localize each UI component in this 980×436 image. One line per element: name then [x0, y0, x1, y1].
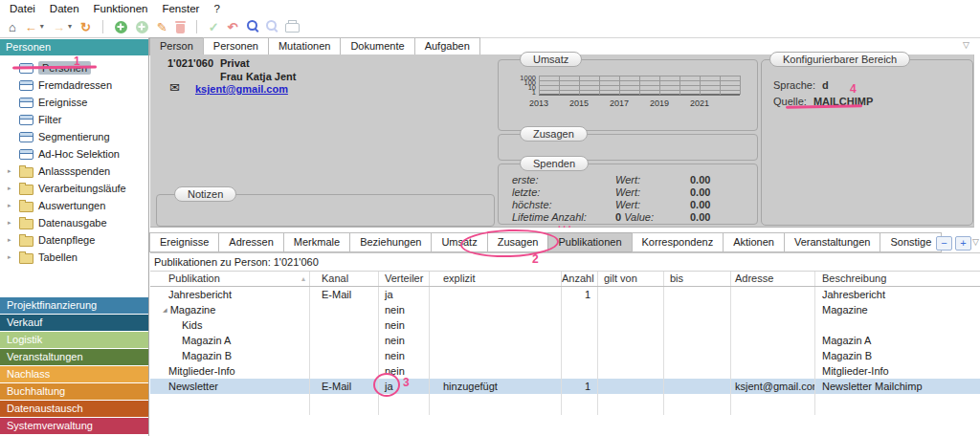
table-row-jahresbericht[interactable]: JahresberichtE-Mailja1Jahresbericht [150, 287, 980, 302]
refresh-icon[interactable]: ↻ [80, 21, 91, 33]
sidebar-item-ereignisse[interactable]: Ereignisse [0, 94, 148, 111]
sidebar-item-auswertungen[interactable]: ▸Auswertungen [0, 197, 148, 214]
forward-icon[interactable]: → [53, 21, 65, 33]
column-header-publikation[interactable]: Publikation▴ [150, 272, 309, 286]
collapse-rows-button[interactable]: − [936, 236, 952, 251]
menu-item-daten[interactable]: Daten [50, 3, 79, 14]
sidebar-section-veranstaltungen[interactable]: Veranstaltungen [0, 349, 148, 365]
column-header-kanal[interactable]: Kanal [309, 272, 378, 286]
menu-item-fenster[interactable]: Fenster [162, 3, 199, 14]
sidebar-item-ad-hoc-selektion[interactable]: Ad-Hoc Selektion [0, 145, 148, 163]
column-header-adresse[interactable]: Adresse [730, 272, 814, 286]
table-row-magazin-a[interactable]: Magazin AneinMagazin A [150, 333, 980, 348]
detail-tab-aktionen[interactable]: Aktionen [723, 232, 785, 252]
detail-tab-korrespondenz[interactable]: Korrespondenz [632, 232, 724, 252]
column-header-anzahl[interactable]: Anzahl [561, 272, 597, 286]
folder-icon [19, 236, 33, 247]
sidebar-section-buchhaltung[interactable]: Buchhaltung [0, 383, 148, 400]
cell-kanal [309, 333, 378, 348]
collapse-panel-icon[interactable]: ▽ [963, 41, 969, 50]
sidebar-item-datenausgabe[interactable]: ▸Datenausgabe [0, 214, 148, 231]
menu-item-funktionen[interactable]: Funktionen [94, 3, 148, 14]
notizen-groupbox: Notizen [156, 194, 495, 227]
cell-beschreibung [814, 317, 980, 333]
collapse-detail-icon[interactable]: ▽ [972, 238, 979, 247]
detail-tab-publikationen[interactable]: Publikationen [547, 232, 632, 252]
tab-aufgaben[interactable]: Aufgaben [414, 37, 480, 55]
add-secondary-icon[interactable] [136, 21, 148, 33]
column-header-bis[interactable]: bis [663, 272, 730, 286]
detail-tab-ereignisse[interactable]: Ereignisse [149, 232, 219, 252]
table-row-mitglieder-info[interactable]: Mitglieder-InfoneinMitglieder-Info [150, 363, 980, 379]
konfig-bereich-button[interactable]: Konfigurierbarer Bereich [769, 52, 910, 67]
back-icon[interactable]: ← [25, 21, 37, 33]
expand-caret-icon[interactable]: ▸ [8, 167, 11, 175]
print-icon[interactable] [285, 23, 300, 33]
spenden-button[interactable]: Spenden [520, 156, 589, 171]
column-header-gilt-von[interactable]: gilt von [597, 272, 663, 286]
edit-pencil-icon[interactable]: ✎ [157, 21, 167, 33]
tab-mutationen[interactable]: Mutationen [268, 37, 341, 55]
search-secondary-icon[interactable] [266, 20, 277, 31]
sidebar-section-projektfinanzierung[interactable]: Projektfinanzierung [0, 297, 148, 314]
undo-icon[interactable]: ↶ [228, 21, 238, 33]
tree-expanded-icon[interactable]: ◢ [163, 302, 167, 317]
expand-caret-icon[interactable]: ▸ [8, 219, 11, 227]
column-header-beschreibung[interactable]: Beschreibung [814, 272, 980, 286]
detail-tab-umsatz[interactable]: Umsatz [431, 232, 487, 252]
detail-tab-adressen[interactable]: Adressen [218, 232, 283, 252]
cell-adresse [730, 363, 814, 379]
spenden-row: höchste:Wert:0.00 [512, 199, 751, 211]
detail-tab-beziehungen[interactable]: Beziehungen [349, 232, 432, 252]
sidebar-item-anlassspenden[interactable]: ▸Anlassspenden [0, 163, 148, 180]
cell-kanal [309, 363, 378, 379]
search-icon[interactable] [247, 20, 257, 31]
menu-item-datei[interactable]: Datei [10, 3, 35, 14]
home-icon[interactable]: ⌂ [9, 21, 16, 33]
add-icon[interactable] [115, 21, 127, 33]
sidebar-section-logistik[interactable]: Logistik [0, 332, 148, 348]
zusagen-button[interactable]: Zusagen [520, 126, 588, 142]
umsatz-button[interactable]: Umsatz [520, 52, 582, 67]
table-row-kids[interactable]: Kidsnein [150, 317, 980, 333]
detail-tab-sonstige[interactable]: Sonstige [880, 232, 942, 252]
table-row-magazine[interactable]: ◢MagazineneinMagazine [150, 302, 980, 317]
expand-rows-button[interactable]: + [955, 236, 971, 251]
tab-person[interactable]: Person [149, 37, 204, 55]
delete-trash-icon[interactable] [176, 24, 185, 33]
table-row-magazin-b[interactable]: Magazin BneinMagazin B [150, 348, 980, 363]
sidebar-section-verkauf[interactable]: Verkauf [0, 315, 148, 331]
sidebar-item-tabellen[interactable]: ▸Tabellen [0, 249, 148, 266]
sidebar-item-filter[interactable]: Filter [0, 111, 148, 128]
sidebar-item-datenpflege[interactable]: ▸Datenpflege [0, 231, 148, 249]
publications-table-filler [150, 394, 980, 415]
menu-item-item[interactable]: ? [213, 3, 219, 14]
expand-caret-icon[interactable]: ▸ [8, 202, 11, 209]
forward-dropdown-caret[interactable]: ▾ [68, 23, 72, 31]
sidebar-section-nachlass[interactable]: Nachlass [0, 366, 148, 382]
email-link[interactable]: ksjent@gmail.com [195, 83, 288, 95]
detail-tab-zusagen[interactable]: Zusagen [487, 232, 549, 252]
sidebar-item-fremdadressen[interactable]: Fremdadressen [0, 76, 148, 94]
confirm-check-icon[interactable]: ✓ [209, 21, 219, 33]
notizen-button[interactable]: Notizen [174, 186, 236, 202]
tab-personen[interactable]: Personen [203, 37, 269, 55]
sidebar-section-systemverwaltung[interactable]: Systemverwaltung [0, 418, 148, 434]
sidebar-section-datenaustausch[interactable]: Datenaustausch [0, 401, 148, 417]
expand-caret-icon[interactable]: ▸ [8, 185, 11, 192]
sidebar-item-verarbeitungsläufe[interactable]: ▸Verarbeitungsläufe [0, 180, 148, 197]
detail-tab-veranstaltungen[interactable]: Veranstaltungen [784, 232, 881, 252]
expand-caret-icon[interactable]: ▸ [8, 236, 11, 244]
sidebar-item-personen[interactable]: Personen [0, 59, 148, 76]
cell-explizit [429, 333, 561, 348]
expand-caret-icon[interactable]: ▸ [8, 253, 11, 261]
tab-dokumente[interactable]: Dokumente [340, 37, 414, 55]
detail-tab-merkmale[interactable]: Merkmale [283, 232, 350, 252]
person-type: Privat [220, 57, 250, 69]
sort-asc-icon[interactable]: ▴ [301, 272, 309, 286]
column-header-explizit[interactable]: explizit [429, 272, 561, 286]
sidebar-item-segmentierung[interactable]: Segmentierung [0, 128, 148, 145]
table-row-newsletter[interactable]: NewsletterE-Mailjahinzugefügt1ksjent@gma… [150, 379, 980, 394]
back-dropdown-caret[interactable]: ▾ [40, 23, 44, 31]
column-header-verteiler[interactable]: Verteiler [378, 272, 429, 286]
